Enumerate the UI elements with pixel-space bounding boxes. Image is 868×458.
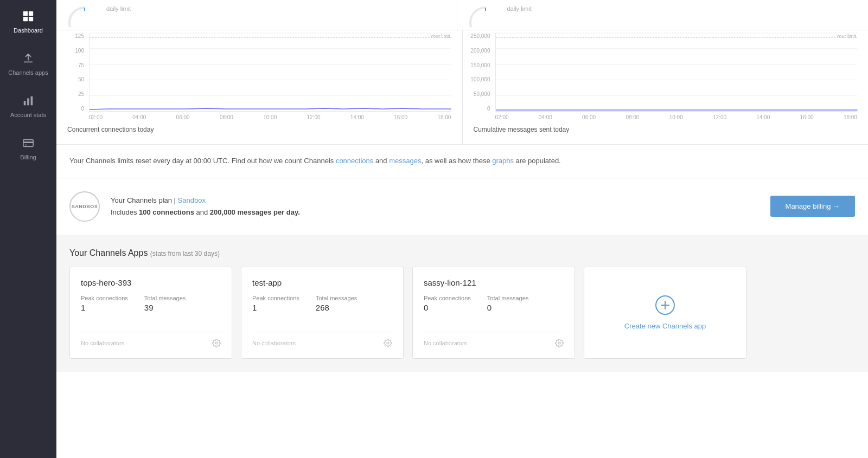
app-card-2-messages-label: Total messages xyxy=(487,295,528,301)
plan-link[interactable]: Sandbox xyxy=(178,196,206,204)
app-card-2-peak-label: Peak connections xyxy=(424,295,471,301)
main-content: daily limit daily limit 125 100 75 50 xyxy=(56,0,868,458)
plan-text-before: Your Channels plan | xyxy=(111,196,178,204)
sidebar-label-billing: Billing xyxy=(20,154,36,160)
apps-section-title: Your Channels Apps (stats from last 30 d… xyxy=(69,248,855,258)
chart-right: 250,000 200,000 150,000 100,000 50,000 0… xyxy=(474,33,858,122)
app-card-0-messages-label: Total messages xyxy=(144,295,186,301)
plan-text: Your Channels plan | Sandbox Includes 10… xyxy=(111,195,770,218)
app-card-1: test-app Peak connections 1 Total messag… xyxy=(241,267,404,359)
sidebar-label-account-stats: Account stats xyxy=(10,112,46,118)
sidebar: Dashboard Channels apps Account stats xyxy=(0,0,56,458)
chart-left-y-labels: 125 100 75 50 25 0 xyxy=(67,33,86,112)
sidebar-label-dashboard: Dashboard xyxy=(14,27,43,34)
upload-icon xyxy=(21,51,36,66)
app-card-1-peak: Peak connections 1 xyxy=(252,295,299,312)
manage-billing-button[interactable]: Manage billing → xyxy=(770,196,855,217)
chart-right-limit-line xyxy=(496,37,858,38)
app-card-2: sassy-lion-121 Peak connections 0 Total … xyxy=(412,267,575,359)
app-card-1-settings-button[interactable] xyxy=(384,339,392,347)
gauge-area: daily limit daily limit xyxy=(56,0,868,30)
sidebar-item-account-stats[interactable]: Account stats xyxy=(0,85,56,127)
create-app-plus-icon xyxy=(655,295,675,318)
app-card-0-footer: No collaborators xyxy=(81,332,221,347)
apps-grid: tops-hero-393 Peak connections 1 Total m… xyxy=(69,267,855,359)
info-text-before: Your Channels limits reset every day at … xyxy=(69,157,336,165)
app-card-1-messages-label: Total messages xyxy=(316,295,357,301)
svg-point-28 xyxy=(558,342,560,344)
bar-chart-icon xyxy=(21,93,36,108)
sidebar-label-channels-apps: Channels apps xyxy=(8,69,48,76)
plan-and: and xyxy=(194,208,210,216)
info-text-middle: and xyxy=(373,157,389,165)
app-card-0-peak-value: 1 xyxy=(81,303,128,312)
app-card-1-peak-label: Peak connections xyxy=(252,295,299,301)
app-card-0-settings-button[interactable] xyxy=(212,339,221,347)
chart-left-container: 125 100 75 50 25 0 Your limit xyxy=(56,30,463,144)
credit-card-icon xyxy=(21,136,36,151)
chart-right-container: 250,000 200,000 150,000 100,000 50,000 0… xyxy=(463,30,869,144)
app-card-2-messages: Total messages 0 xyxy=(487,295,528,312)
info-link-graphs[interactable]: graphs xyxy=(492,157,514,165)
app-card-1-name: test-app xyxy=(252,278,392,287)
charts-section: 125 100 75 50 25 0 Your limit xyxy=(56,30,868,145)
svg-rect-7 xyxy=(31,96,33,106)
info-text-after: , as well as how these xyxy=(421,157,492,165)
app-card-1-footer: No collaborators xyxy=(252,332,392,347)
svg-rect-2 xyxy=(23,17,28,21)
chart-left: 125 100 75 50 25 0 Your limit xyxy=(67,33,451,122)
svg-point-27 xyxy=(387,342,389,344)
plan-text-after: Includes xyxy=(111,208,139,216)
gauge-left: daily limit xyxy=(67,0,457,30)
svg-rect-5 xyxy=(24,101,26,105)
chart-right-svg xyxy=(496,33,858,111)
gauge-left-label: daily limit xyxy=(106,5,131,12)
svg-rect-1 xyxy=(29,11,33,16)
app-card-2-peak: Peak connections 0 xyxy=(424,295,471,312)
plan-section: SANDBOX Your Channels plan | Sandbox Inc… xyxy=(56,178,868,235)
chart-left-area: Your limit xyxy=(89,33,451,112)
sidebar-item-billing[interactable]: Billing xyxy=(0,127,56,169)
plan-messages: 200,000 messages per day. xyxy=(210,208,300,216)
app-card-0-name: tops-hero-393 xyxy=(81,278,221,287)
app-card-2-peak-value: 0 xyxy=(424,303,471,312)
sidebar-item-channels-apps[interactable]: Channels apps xyxy=(0,42,56,85)
apps-section: Your Channels Apps (stats from last 30 d… xyxy=(56,235,868,372)
app-card-2-name: sassy-lion-121 xyxy=(424,278,564,287)
svg-rect-0 xyxy=(23,11,28,16)
apps-section-subtitle: (stats from last 30 days) xyxy=(150,250,220,257)
svg-rect-10 xyxy=(25,145,28,145)
gear-icon xyxy=(212,339,221,347)
app-card-0-peak: Peak connections 1 xyxy=(81,295,128,312)
info-link-messages[interactable]: messages xyxy=(389,157,421,165)
plan-badge: SANDBOX xyxy=(69,191,100,222)
app-card-1-peak-value: 1 xyxy=(252,303,299,312)
info-section: Your Channels limits reset every day at … xyxy=(56,145,868,178)
create-app-card[interactable]: Create new Channels app xyxy=(584,267,746,359)
gear-icon xyxy=(555,339,564,347)
chart-right-area: Your limit xyxy=(495,33,858,112)
gear-icon xyxy=(384,339,392,347)
app-card-0-stats: Peak connections 1 Total messages 39 xyxy=(81,295,221,312)
chart-right-title: Cumulative messages sent today xyxy=(474,126,858,133)
chart-left-title: Concurrent connections today xyxy=(67,126,451,133)
app-card-0-peak-label: Peak connections xyxy=(81,295,128,301)
gauge-right: daily limit xyxy=(457,0,858,30)
chart-left-svg xyxy=(90,33,451,111)
plan-connections: 100 connections xyxy=(139,208,194,216)
app-card-2-messages-value: 0 xyxy=(487,303,528,312)
app-card-1-stats: Peak connections 1 Total messages 268 xyxy=(252,295,392,312)
app-card-1-collaborators: No collaborators xyxy=(252,340,296,346)
info-text-end: are populated. xyxy=(514,157,561,165)
grid-icon xyxy=(21,9,36,24)
app-card-0-messages-value: 39 xyxy=(144,303,186,312)
svg-rect-9 xyxy=(23,141,33,143)
app-card-2-collaborators: No collaborators xyxy=(424,340,467,346)
sidebar-item-dashboard[interactable]: Dashboard xyxy=(0,0,56,42)
svg-rect-4 xyxy=(24,62,33,63)
info-link-connections[interactable]: connections xyxy=(336,157,373,165)
app-card-2-settings-button[interactable] xyxy=(555,339,564,347)
chart-left-limit-line xyxy=(90,37,451,38)
chart-right-y-labels: 250,000 200,000 150,000 100,000 50,000 0 xyxy=(474,33,493,112)
svg-rect-3 xyxy=(29,17,33,21)
